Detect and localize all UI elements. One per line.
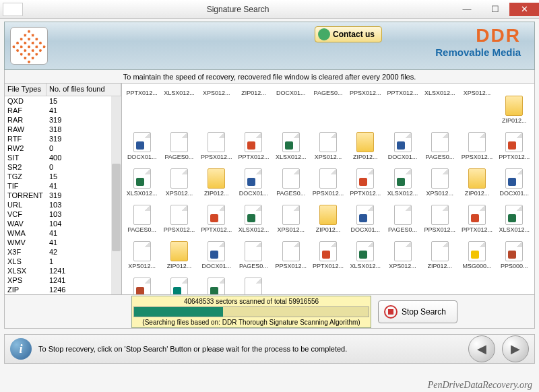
table-scrollbar[interactable] [111,96,121,294]
file-item[interactable]: PPTX012... [384,88,421,98]
table-row[interactable]: TIF41 [5,181,121,191]
table-row[interactable]: RAF41 [5,106,121,115]
file-item[interactable]: DOCX01... [347,197,384,233]
file-item[interactable]: XLSX012... [384,160,421,197]
file-item[interactable]: FLA000... [235,269,272,294]
file-item[interactable]: PAGES0... [235,233,272,269]
file-item[interactable]: PPTX012... [496,124,533,160]
file-item[interactable]: XLS000... [198,269,235,294]
file-item[interactable]: XLSX012... [235,197,272,233]
table-row[interactable]: RTF319 [5,134,121,143]
table-row[interactable]: SR20 [5,162,121,172]
file-item[interactable]: PAGES0... [272,160,309,197]
file-item[interactable]: PPSX012... [458,124,495,160]
table-row[interactable]: SIT400 [5,153,121,162]
header-banner: Contact us DDR Removable Media [4,22,535,70]
file-item[interactable]: PPTX012... [235,124,272,160]
file-item[interactable]: PAGES0... [123,197,160,233]
file-item[interactable]: PPS000... [496,233,533,269]
file-item[interactable]: XPS012... [160,160,197,197]
table-row[interactable]: RAW318 [5,125,121,134]
file-item[interactable]: PUB000... [160,269,197,294]
file-item[interactable]: XLSX012... [272,124,309,160]
file-item[interactable]: PPSX012... [272,233,309,269]
file-item[interactable]: DOCX01... [123,124,160,160]
file-item[interactable]: XLSX012... [347,233,384,269]
file-item[interactable]: PPSX012... [347,88,384,98]
table-row[interactable]: RAR319 [5,115,121,125]
table-row[interactable]: XPS1241 [5,275,121,285]
contact-us-button[interactable]: Contact us [315,26,382,42]
file-item[interactable]: ZIP012... [198,160,235,197]
file-item[interactable]: ZIP012... [347,124,384,160]
file-item[interactable]: PPSX012... [309,160,346,197]
file-item[interactable]: PAGES0... [421,124,458,160]
table-row[interactable]: ZIP1246 [5,285,121,294]
file-item[interactable]: XPS012... [123,233,160,269]
col-files-found[interactable]: No. of files found [46,84,121,96]
file-item[interactable]: XLSX012... [123,160,160,197]
table-row[interactable]: RW20 [5,143,121,153]
progress-row: 40648533 sectors scanned of total 599165… [4,295,535,329]
table-row[interactable]: TORRENT319 [5,191,121,200]
file-item[interactable]: ZIP012... [421,233,458,269]
watermark: PenDriveDataRecovery.org [428,380,532,391]
file-item[interactable]: PAGES0... [160,124,197,160]
contact-label: Contact us [333,30,375,39]
file-label: MSG000... [463,263,492,269]
close-button[interactable]: ✕ [509,3,539,16]
file-item[interactable]: PAGES0... [309,88,346,98]
file-item[interactable]: ZIP012... [309,197,346,233]
file-item[interactable]: DOCX01... [384,124,421,160]
file-label: PPS000... [501,263,528,269]
maximize-button[interactable]: ☐ [481,3,509,16]
file-item[interactable]: XLSX012... [421,88,458,98]
table-row[interactable]: VCF103 [5,209,121,219]
file-item[interactable]: PPTX012... [309,233,346,269]
table-row[interactable]: XLS1 [5,257,121,266]
file-label: PAGES0... [388,226,417,233]
file-item[interactable]: PPTX012... [347,160,384,197]
table-row[interactable]: X3F42 [5,247,121,257]
file-item[interactable]: XPS012... [272,197,309,233]
file-item[interactable]: ZIP012... [160,233,197,269]
file-item[interactable]: DOCX01... [272,88,309,98]
file-item[interactable]: XLSX012... [160,88,197,98]
table-row[interactable]: WMV41 [5,238,121,247]
minimize-button[interactable]: — [453,3,481,16]
file-item[interactable]: PPTX012... [458,197,495,233]
table-row[interactable]: WAV104 [5,219,121,228]
col-file-types[interactable]: File Types [5,84,46,96]
file-item[interactable]: PAGES0... [384,197,421,233]
file-item[interactable]: XPS012... [198,88,235,98]
file-item[interactable]: ZIP012... [496,88,533,124]
file-item[interactable]: XPS012... [421,160,458,197]
file-item[interactable]: PPT000... [123,269,160,294]
file-label: PPSX012... [313,190,344,197]
table-row[interactable]: URL103 [5,200,121,209]
brand-name: DDR [435,25,521,46]
scrollbar-thumb[interactable] [112,164,121,251]
back-button[interactable]: ◀ [468,335,495,362]
forward-button[interactable]: ▶ [502,335,529,362]
file-item[interactable]: DOCX01... [198,233,235,269]
file-item[interactable]: XPS012... [309,124,346,160]
file-item[interactable]: PPSX012... [198,124,235,160]
file-item[interactable]: XPS012... [384,233,421,269]
stop-search-button[interactable]: Stop Search [378,300,457,323]
file-item[interactable]: MSG000... [458,233,495,269]
table-row[interactable]: WMA41 [5,228,121,238]
file-item[interactable]: DOCX01... [235,160,272,197]
file-item[interactable]: XPS012... [458,88,495,98]
file-item[interactable]: ZIP012... [458,160,495,197]
table-row[interactable]: QXD15 [5,96,121,106]
file-item[interactable]: PPTX012... [123,88,160,98]
file-item[interactable]: ZIP012... [235,88,272,98]
file-item[interactable]: DOCX01... [496,160,533,197]
file-item[interactable]: XLSX012... [496,197,533,233]
table-row[interactable]: TGZ15 [5,172,121,181]
file-item[interactable]: PPSX012... [421,197,458,233]
file-item[interactable]: PPTX012... [198,197,235,233]
file-item[interactable]: PPSX012... [160,197,197,233]
table-row[interactable]: XLSX1241 [5,266,121,275]
